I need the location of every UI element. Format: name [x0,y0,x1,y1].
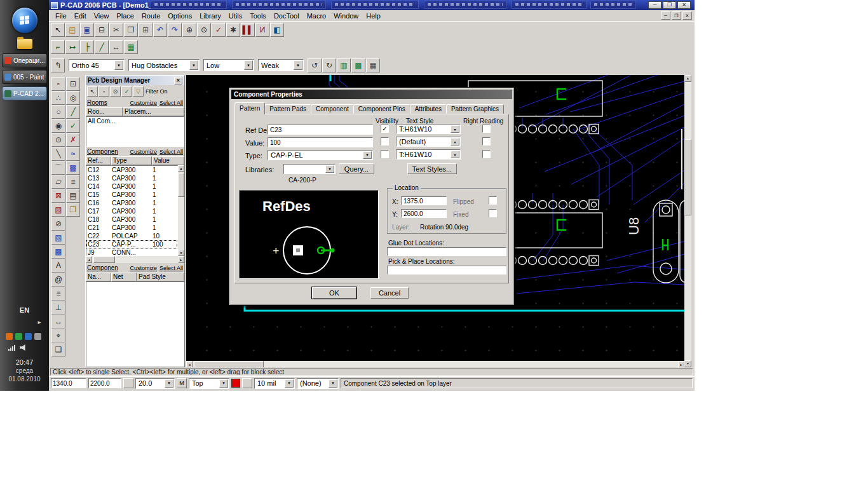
place-attribute-icon[interactable]: @ [51,273,65,287]
via-style-select[interactable]: (None) ▼ [297,378,339,389]
rooms-customize-button[interactable]: Customize [130,100,157,106]
layer-select[interactable]: Top ▼ [189,378,229,389]
rooms-column-placement[interactable]: Placem... [123,107,184,116]
undo-icon[interactable]: ↶ [153,23,167,37]
components-column-type[interactable]: Type [111,156,152,165]
dm-block-select-icon[interactable]: ▫ [98,86,109,97]
place-keepout-icon[interactable]: ⊘ [51,217,65,231]
dropdown-arrow-icon[interactable]: ▾ [451,151,459,158]
layer-color-swatch[interactable] [231,379,240,388]
place-via-icon[interactable]: ◎ [66,91,80,105]
value-input[interactable] [268,137,373,147]
scroll-up-icon[interactable]: ▲ [684,75,691,82]
network-signal-icon[interactable] [8,345,15,351]
measure-icon[interactable]: ↔ [109,40,123,54]
obstacle-mode-select[interactable]: Hug Obstacles ▼ [128,59,200,71]
menu-edit[interactable]: Edit [71,11,90,20]
tab-pattern-pads[interactable]: Pattern Pads [264,104,311,114]
tab-pattern-graphics[interactable]: Pattern Graphics [446,104,504,114]
pads-column-net[interactable]: Net [111,273,137,281]
pick-place-input[interactable] [387,266,506,274]
value-visibility-checkbox[interactable] [381,137,389,146]
component-row[interactable]: C13 CAP300 1 [86,174,177,182]
component-row[interactable]: C21 CAP300 1 [86,224,177,232]
dropdown-arrow-icon[interactable]: ▼ [189,60,198,70]
components-scrollbar-horizontal[interactable]: ◄ ► [86,256,184,263]
line-width-select[interactable]: 10 mil ▼ [254,378,295,389]
menu-view[interactable]: View [90,11,113,20]
dropdown-arrow-icon[interactable]: ▼ [325,165,334,173]
component-row[interactable]: C18 CAP300 1 [86,215,177,224]
glue-dot-input[interactable] [387,247,506,256]
copper-layer-icon[interactable]: ▩ [66,161,80,175]
dropdown-arrow-icon[interactable]: ▼ [285,379,294,388]
dropdown-arrow-icon[interactable]: ▼ [363,151,372,159]
location-y-input[interactable] [401,209,447,218]
components-select-all-button[interactable]: Select All [159,149,183,155]
volume-icon[interactable] [20,344,27,351]
type-right-reading-checkbox[interactable] [482,150,491,158]
component-row[interactable]: C23 CAP-P... 100 [86,240,177,248]
component-row[interactable]: C16 CAP300 1 [86,199,177,207]
menu-file[interactable]: File [51,11,71,20]
strength-select[interactable]: Weak ▼ [258,59,304,71]
layers-c-icon[interactable]: ▦ [366,58,380,72]
tray-expand-icon[interactable]: ► [37,320,42,325]
dm-filter-icon[interactable]: ▽ [133,86,144,97]
info-icon[interactable]: И [255,23,269,37]
scroll-down-icon[interactable]: ▼ [178,250,184,256]
route-manual-icon[interactable]: ⌐ [51,40,65,54]
print-icon[interactable]: ⊟ [95,23,109,37]
menu-window[interactable]: Window [330,11,362,20]
tab-component-pins[interactable]: Component Pins [353,104,410,114]
place-line-icon[interactable]: ╲ [51,147,65,161]
tray-icon-4[interactable] [34,333,41,340]
tray-icon-1[interactable] [6,333,13,340]
dropdown-arrow-icon[interactable]: ▼ [329,379,337,388]
dm-check-icon[interactable]: ✓ [121,86,132,97]
close-button[interactable]: ✕ [677,1,691,9]
flipped-checkbox[interactable] [489,196,497,205]
value-right-reading-checkbox[interactable] [482,137,491,146]
folder-icon[interactable] [17,39,32,49]
options-icon[interactable]: ✱ [226,23,240,37]
x-coordinate-input[interactable] [51,378,86,388]
menu-help[interactable]: Help [362,11,384,20]
menu-tools[interactable]: Tools [246,11,270,20]
cancel-route-icon[interactable]: ↺ [308,58,322,72]
component-row[interactable]: C17 CAP300 1 [86,207,177,215]
maximize-button[interactable]: ❐ [663,1,676,9]
dropdown-arrow-icon[interactable]: ▼ [114,60,123,70]
grid-toggle-icon[interactable]: ▦ [124,40,138,54]
place-dimension-icon[interactable]: ↔ [51,315,65,329]
place-datum-icon[interactable]: ⌖ [51,329,65,342]
tab-pattern[interactable]: Pattern [234,102,265,114]
ortho-mode-select[interactable]: Ortho 45 ▼ [69,59,125,71]
pads-column-pad-style[interactable]: Pad Style [137,273,184,281]
record-macro-icon[interactable]: ▌▌ [241,23,255,37]
place-plane-icon[interactable]: ▨ [51,203,65,217]
place-text-icon[interactable]: A [51,259,65,273]
layers-b-icon[interactable]: ▩ [351,58,365,72]
macro-record-button[interactable]: M [177,378,187,388]
mdi-close-button[interactable]: ✕ [682,11,692,20]
zoom-tool-icon[interactable]: ⊙ [51,133,65,147]
zoom-window-icon[interactable]: ⊕ [182,23,196,37]
menu-macro[interactable]: Macro [303,11,330,20]
dropdown-arrow-icon[interactable]: ▼ [219,379,228,388]
rooms-select-all-button[interactable]: Select All [159,100,183,106]
libraries-select[interactable]: ▼ [283,164,336,174]
place-field-icon[interactable]: ≡ [51,287,65,301]
capture-icon[interactable]: ◧ [270,23,284,37]
scroll-right-icon[interactable]: ► [178,256,184,263]
dropdown-arrow-icon[interactable]: ▾ [451,125,459,133]
taskbar-item-operation[interactable]: Операци... [2,53,47,67]
priority-select[interactable]: Low ▼ [203,59,254,71]
place-pin-icon[interactable]: ⊥ [51,301,65,315]
mdi-restore-button[interactable]: ❐ [672,11,681,20]
room-row[interactable]: All Com... [86,117,184,125]
fixed-checkbox[interactable] [489,209,497,217]
scroll-down-icon[interactable]: ▼ [684,360,691,367]
pads-select-all-button[interactable]: Select All [159,265,183,271]
dropdown-arrow-icon[interactable]: ▾ [451,138,459,146]
